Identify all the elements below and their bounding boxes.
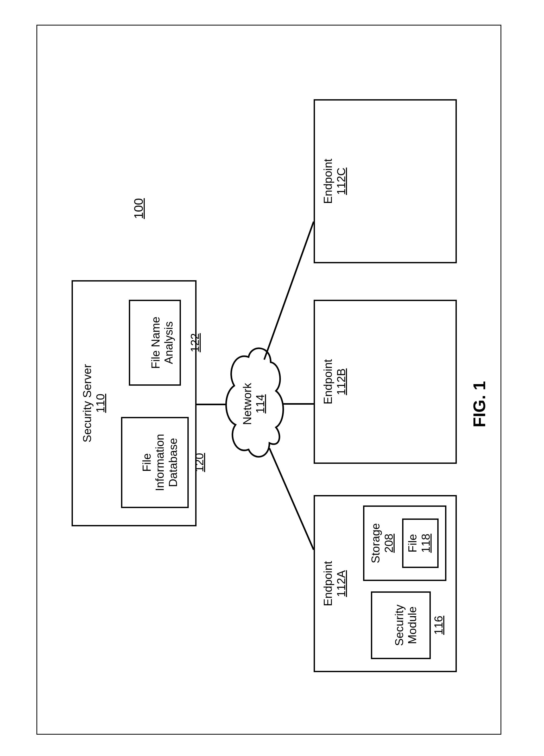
storage-label: Storage (369, 507, 382, 580)
security-module-box: Security Module 116 (371, 591, 431, 659)
file-label: File (406, 520, 419, 567)
file-name-analysis-label: File Name Analysis (149, 301, 176, 384)
security-module-ref: 116 (432, 593, 445, 658)
file-ref: 118 (419, 520, 433, 567)
file-name-analysis-box: File Name Analysis 122 (129, 300, 181, 386)
file-info-db-ref: 120 (193, 418, 206, 507)
endpoint-c-ref: 112C (335, 101, 348, 262)
endpoint-a-label: Endpoint (321, 496, 335, 671)
endpoint-c-label: Endpoint (321, 101, 335, 262)
endpoint-c-box: Endpoint 112C (314, 99, 457, 263)
network-label: Network (241, 383, 254, 425)
security-server-label: Security Server (81, 282, 94, 525)
security-module-label: Security Module (393, 593, 419, 658)
network-cloud: Network 114 (220, 344, 287, 464)
file-info-db-box: File Information Database 120 (121, 417, 189, 508)
figure-1: Security Server 110 File Information Dat… (64, 65, 480, 690)
file-info-db-label: File Information Database (140, 418, 180, 507)
file-box: File 118 (402, 518, 439, 568)
system-ref: 100 (132, 198, 146, 219)
svg-line-2 (264, 222, 314, 360)
endpoint-b-ref: 112B (335, 301, 348, 463)
security-server-ref: 110 (94, 282, 107, 525)
endpoint-b-box: Endpoint 112B (314, 300, 457, 464)
endpoint-b-label: Endpoint (321, 301, 335, 463)
endpoint-a-ref: 112A (335, 496, 348, 671)
file-name-analysis-ref: 122 (189, 301, 202, 384)
figure-caption: FIG. 1 (470, 381, 489, 427)
storage-ref: 208 (382, 507, 396, 580)
network-ref: 114 (254, 344, 267, 464)
